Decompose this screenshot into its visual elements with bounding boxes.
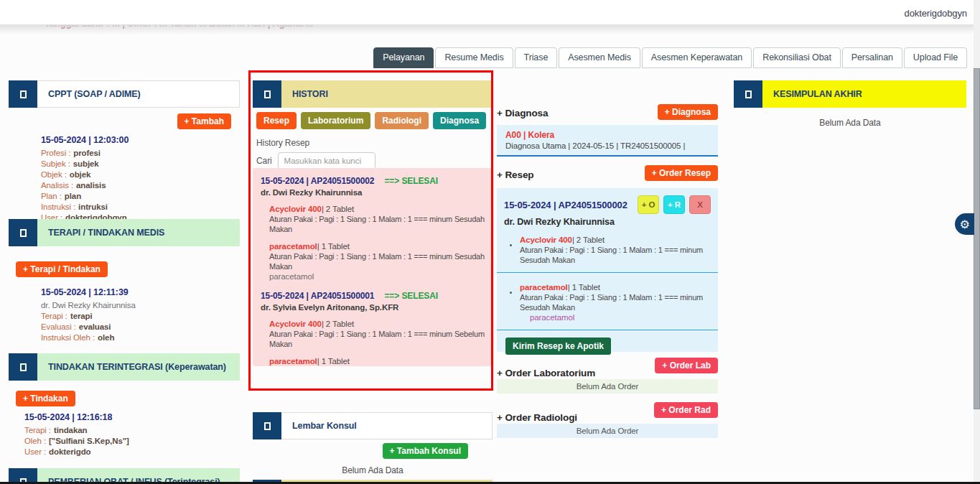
rad-empty-text: Belum Ada Order <box>497 424 718 438</box>
entry-field: Plan :plan <box>41 191 240 202</box>
add-racikan-button[interactable]: + R <box>663 195 685 214</box>
tambah-konsul-button[interactable]: + Tambah Konsul <box>383 443 468 459</box>
section-icon <box>9 80 37 108</box>
history-resep-list: 15-05-2024 | AP24051500002==> SELESAI dr… <box>253 168 493 366</box>
logged-in-username: dokterigdobgyn <box>905 8 968 19</box>
section-icon <box>253 412 281 439</box>
kesimpulan-empty-text: Belum Ada Data <box>734 118 966 128</box>
drug-name: Acyclovir 400 <box>269 205 322 213</box>
entry-field: User :dokterigdo <box>24 447 240 457</box>
entry-datetime: 15-05-2024 | 12:11:39 <box>41 287 240 297</box>
diagnosa-heading: + Diagnosa <box>497 108 548 118</box>
search-label: Cari <box>256 156 272 166</box>
resep-order-item: Acyclovir 400| 2 Tablet Aturan Pakai : P… <box>520 233 711 265</box>
drug-name: Acyclovir 400 <box>269 320 322 328</box>
lab-empty-text: Belum Ada Order <box>497 379 718 394</box>
tambah-terapi-button[interactable]: + Terapi / Tindakan <box>16 261 108 277</box>
filter-diagnosa-button[interactable]: Diagnosa <box>433 112 486 129</box>
tab-pelayanan[interactable]: Pelayanan <box>373 47 434 68</box>
drug-note: paracetamol <box>269 271 487 281</box>
entry-field: Evaluasi :evaluasi <box>41 322 240 332</box>
resep-order-code: 15-05-2024 | AP24051500002 <box>504 195 627 210</box>
resep-order-doctor: dr. Dwi Rezky Khairunnisa <box>504 217 711 227</box>
order-resep-button[interactable]: + Order Resep <box>645 165 718 181</box>
resep-item: paracetamol| 1 Tablet Aturan Pakai : Pag… <box>269 354 487 366</box>
resep-code: 15-05-2024 | AP24051500001 <box>261 291 374 301</box>
resep-heading: + Resep <box>497 169 533 180</box>
resep-order-item: paracetamol| 1 Tablet Aturan Pakai : Pag… <box>520 280 711 322</box>
drug-rule: Aturan Pakai : Pagi : 1 Siang : 1 Malam … <box>269 215 487 234</box>
resep-order-card: 15-05-2024 | AP24051500002 + O + R X dr.… <box>497 188 718 352</box>
histori-section-header: HISTORI <box>253 80 493 108</box>
filter-laboratorium-button[interactable]: Laboratorium <box>301 112 370 129</box>
entry-field: Terapi :tindakan <box>24 425 240 436</box>
section-icon <box>253 80 281 108</box>
histori-column: HISTORI Resep Laboratorium Radiologi Dia… <box>253 80 493 484</box>
terapi-entry: 15-05-2024 | 12:11:39 dr. Dwi Rezky Khai… <box>41 287 240 343</box>
entry-field: Analisis :analisis <box>41 180 240 191</box>
gear-icon: ⚙ <box>959 218 969 231</box>
drug-rule: Aturan Pakai : Pagi : 1 Siang : 1 Malam … <box>269 252 487 271</box>
tambah-tindakan-button[interactable]: + Tindakan <box>16 391 75 406</box>
drug-name: paracetamol <box>520 283 568 292</box>
divider <box>497 330 718 330</box>
add-obat-button[interactable]: + O <box>638 195 659 214</box>
search-row: Cari <box>256 152 375 169</box>
scrollbar-thumb[interactable] <box>974 68 980 409</box>
section-icon <box>9 219 37 246</box>
scrollbar-track[interactable] <box>974 0 980 484</box>
left-column: CPPT (SOAP / ADIME) + Tambah 15-05-2024 … <box>9 80 240 484</box>
kirim-resep-button[interactable]: Kirim Resep ke Apotik <box>505 338 611 355</box>
resep-status: ==> SELESAI <box>384 176 438 186</box>
tab-rekonsiliasi-obat[interactable]: Rekonsiliasi Obat <box>753 47 841 68</box>
entry-field: Profesi :profesi <box>41 148 240 159</box>
tindakan-entry: 15-05-2024 | 12:16:18 Terapi :tindakan O… <box>24 412 240 457</box>
cppt-section-header: CPPT (SOAP / ADIME) <box>9 80 240 108</box>
filter-resep-button[interactable]: Resep <box>256 112 297 129</box>
tab-resume-medis[interactable]: Resume Medis <box>435 47 513 68</box>
entry-field: Terapi :terapi <box>41 311 240 322</box>
order-lab-heading: + Order Laboratorium <box>497 368 595 378</box>
terapi-section-header: TERAPI / TINDAKAN MEDIS <box>9 219 240 246</box>
kesimpulan-title: KESIMPULAN AKHIR <box>762 80 966 108</box>
resep-doctor: dr. Sylvia Evelyn Aritonang, Sp.KFR <box>261 303 487 312</box>
kesimpulan-column: KESIMPULAN AKHIR Belum Ada Data <box>734 80 966 128</box>
tambah-cppt-button[interactable]: + Tambah <box>177 113 231 129</box>
section-icon <box>734 80 762 108</box>
terapi-section-title: TERAPI / TINDAKAN MEDIS <box>37 219 240 246</box>
lembar-konsul-section-header: Lembar Konsul <box>253 412 493 439</box>
entry-datetime: 15-05-2024 | 12:03:00 <box>41 135 240 145</box>
order-lab-button[interactable]: + Order Lab <box>655 358 718 373</box>
resep-card-actions: + O + R X <box>638 195 711 214</box>
order-column: + Diagnosa + Diagnosa A00 | Kolera Diagn… <box>497 101 718 484</box>
order-rad-button[interactable]: + Order Rad <box>654 402 718 418</box>
entry-field: Instruksi Oleh :oleh <box>41 332 240 343</box>
drug-rule: Aturan Pakai : Pagi : 1 Siang : 1 Malam … <box>520 293 708 312</box>
history-resep-entry: 15-05-2024 | AP24051500001==> SELESAI dr… <box>261 289 487 366</box>
entry-field: Subjek :subjek <box>41 159 240 169</box>
filter-radiologi-button[interactable]: Radiologi <box>375 112 429 129</box>
drug-note: paracetamol <box>530 312 708 322</box>
resep-item: paracetamol| 1 Tablet Aturan Pakai : Pag… <box>269 239 487 281</box>
top-bar: dokterigdobgyn <box>0 0 980 24</box>
resep-item: Acyclovir 400| 2 Tablet Aturan Pakai : P… <box>269 202 487 234</box>
cppt-section-title: CPPT (SOAP / ADIME) <box>37 80 240 108</box>
pelayanan-page: Tanggal Lahir : ... | Umur : ... Tahun .… <box>0 0 980 484</box>
tab-triase[interactable]: Triase <box>515 47 558 68</box>
delete-resep-button[interactable]: X <box>689 195 711 214</box>
entry-datetime: 15-05-2024 | 12:16:18 <box>24 412 240 422</box>
resep-code: 15-05-2024 | AP24051500002 <box>261 176 374 186</box>
add-diagnosa-button[interactable]: + Diagnosa <box>658 104 718 120</box>
tab-asesmen-keperawatan[interactable]: Asesmen Keperawatan <box>642 47 752 68</box>
tab-upload-file[interactable]: Upload File <box>904 47 967 68</box>
diagnosa-detail: Diagnosa Utama | 2024-05-15 | TR24051500… <box>505 141 709 150</box>
histori-filter-buttons: Resep Laboratorium Radiologi Diagnosa <box>256 112 486 129</box>
search-input[interactable] <box>278 152 375 169</box>
tindakan-section-header: TINDAKAN TERINTEGRASI (Keperawatan) <box>9 353 240 381</box>
tab-persalinan[interactable]: Persalinan <box>842 47 902 68</box>
resep-status: ==> SELESAI <box>384 291 438 301</box>
drug-rule: Aturan Pakai : Pagi : 1 Siang : 1 Malam … <box>520 246 708 265</box>
settings-button[interactable]: ⚙ <box>955 213 974 235</box>
tab-asesmen-medis[interactable]: Asesmen Medis <box>559 47 640 68</box>
entry-field: Instruksi :intruksi <box>41 202 240 213</box>
